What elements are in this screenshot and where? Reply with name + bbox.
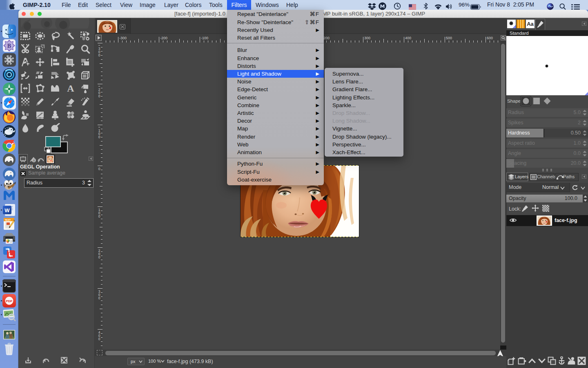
svg-text:600: 600 (487, 36, 493, 40)
svg-text:0: 0 (98, 167, 100, 171)
svg-text:0: 0 (98, 337, 100, 341)
svg-text:-200: -200 (160, 36, 167, 40)
svg-text:B: B (7, 43, 11, 49)
svg-text:0: 0 (98, 53, 100, 57)
svg-text:400: 400 (405, 36, 411, 40)
svg-text:0: 0 (98, 94, 100, 98)
svg-text:500: 500 (446, 36, 452, 40)
svg-text:0: 0 (98, 255, 100, 259)
svg-text:PDF: PDF (6, 299, 13, 303)
svg-text:0: 0 (98, 135, 100, 139)
svg-text:0: 0 (98, 214, 100, 218)
svg-text:0: 0 (98, 296, 100, 300)
svg-text:TEXT: TEXT (5, 219, 11, 221)
svg-text:-300: -300 (119, 36, 127, 40)
svg-text:200: 200 (323, 36, 330, 40)
svg-text:300: 300 (364, 36, 370, 40)
svg-text:W: W (4, 207, 10, 213)
svg-text:-100: -100 (201, 36, 208, 40)
